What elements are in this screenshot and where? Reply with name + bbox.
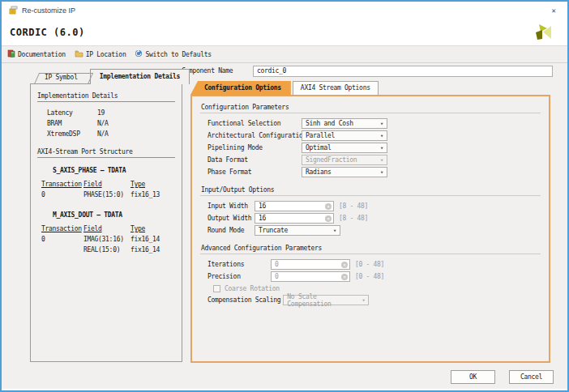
- ok-button[interactable]: OK: [451, 370, 495, 384]
- page-title: CORDIC (6.0): [10, 27, 85, 38]
- functional-selection-select[interactable]: Sinh and Cosh: [302, 118, 387, 129]
- select-value: Parallel: [306, 132, 335, 139]
- field-label: Architectural Configuration: [207, 132, 302, 139]
- tab-ip-symbol[interactable]: IP Symbol: [32, 70, 90, 84]
- ip-block-icon: [9, 6, 18, 16]
- port-structure-heading: AXI4-Stream Port Structure: [37, 148, 175, 158]
- output-width-range: [8 - 48]: [339, 215, 368, 222]
- chevron-down-icon: [380, 168, 383, 176]
- field-label: Iterations: [207, 261, 271, 268]
- title-bar: Re-customize IP: [2, 2, 567, 19]
- field-functional-selection: Functional Selection Sinh and Cosh: [200, 117, 541, 130]
- input-width-input[interactable]: [259, 202, 325, 210]
- output-width-input[interactable]: [259, 215, 325, 222]
- column-header: Transaction: [41, 181, 83, 188]
- table-cell: REAL(15:0): [83, 246, 130, 254]
- chevron-down-icon: [333, 227, 336, 234]
- tab-implementation-details-label: Implementation Details: [100, 73, 180, 80]
- select-value: SignedFraction: [306, 156, 357, 164]
- table-cell: IMAG(31:16): [83, 236, 130, 243]
- tab-configuration-options[interactable]: Configuration Options: [190, 81, 291, 95]
- configuration-parameters-heading: Configuration Parameters: [200, 101, 541, 113]
- folder-icon: [75, 50, 83, 59]
- table-cell: 0: [41, 236, 83, 243]
- clear-icon[interactable]: [325, 203, 332, 210]
- field-precision: Precision [0 - 48]: [200, 271, 541, 283]
- iterations-field-wrap: [271, 259, 350, 270]
- coarse-rotation-checkbox: [213, 285, 220, 292]
- documentation-button[interactable]: Documentation: [7, 49, 66, 59]
- chevron-down-icon: [380, 120, 383, 127]
- column-header: Type: [130, 225, 181, 232]
- cancel-button-label: Cancel: [520, 373, 542, 381]
- select-value: Sinh and Cosh: [306, 120, 353, 127]
- input-width-range: [8 - 48]: [339, 202, 368, 210]
- io-options-heading: Input/Output Options: [200, 184, 541, 196]
- clear-icon[interactable]: [325, 215, 332, 222]
- detail-value: 19: [97, 109, 105, 117]
- pipelining-mode-select[interactable]: Optimal: [302, 143, 387, 153]
- field-label: Compensation Scaling: [207, 296, 283, 304]
- switch-to-defaults-button[interactable]: Switch to Defaults: [135, 49, 211, 59]
- implementation-details-heading: Implementation Details: [37, 92, 175, 102]
- precision-input: [275, 273, 341, 280]
- field-label: Precision: [207, 273, 271, 280]
- clear-icon: [341, 274, 348, 280]
- field-input-width: Input Width [8 - 48]: [200, 200, 541, 212]
- column-header: Field: [83, 181, 130, 188]
- field-label: Round Mode: [207, 227, 255, 234]
- field-label: Pipelining Mode: [207, 144, 302, 151]
- xilinx-logo: [533, 22, 553, 43]
- detail-value: N/A: [97, 120, 109, 127]
- field-label: Output Width: [207, 215, 255, 222]
- m-axis-dout-title: M_AXIS_DOUT — TDATA: [53, 211, 182, 219]
- toolbar: Documentation IP Location Switch to Defa…: [2, 45, 567, 63]
- table-cell: fix16_14: [130, 236, 181, 243]
- table-cell: 0: [41, 191, 83, 198]
- phase-format-select[interactable]: Radians: [302, 167, 387, 177]
- data-format-select: SignedFraction: [302, 155, 387, 165]
- close-icon[interactable]: [547, 4, 560, 17]
- component-name-input[interactable]: [253, 66, 553, 77]
- coarse-rotation-label: Coarse Rotation: [225, 285, 280, 292]
- select-value: Truncate: [259, 227, 288, 234]
- table-cell: [41, 246, 83, 254]
- iterations-input: [275, 261, 341, 268]
- field-architectural-configuration: Architectural Configuration Parallel: [200, 130, 541, 142]
- column-header: Field: [83, 225, 130, 232]
- detail-label: BRAM: [47, 120, 97, 127]
- options-tab-bar: Configuration Options AXI4 Stream Option…: [182, 79, 553, 95]
- clear-icon: [341, 262, 348, 268]
- column-header: Transaction: [41, 225, 83, 232]
- chevron-down-icon: [380, 144, 383, 151]
- switch-to-defaults-label: Switch to Defaults: [145, 51, 211, 58]
- precision-range: [0 - 48]: [355, 273, 384, 280]
- field-label: Functional Selection: [207, 120, 302, 127]
- iterations-range: [0 - 48]: [355, 261, 384, 268]
- detail-label: Latency: [47, 109, 97, 117]
- s-axis-phase-table: Transaction Field Type 0 PHASE(15:0) fix…: [41, 181, 182, 198]
- architectural-configuration-select[interactable]: Parallel: [302, 130, 387, 141]
- select-value: Optimal: [306, 144, 332, 151]
- field-label: Data Format: [207, 156, 302, 164]
- field-coarse-rotation: Coarse Rotation: [200, 283, 541, 294]
- left-tab-bar: IP Symbol Implementation Details: [32, 67, 190, 84]
- tab-axi4-stream-options[interactable]: AXI4 Stream Options: [293, 81, 379, 95]
- tab-implementation-details[interactable]: Implementation Details: [90, 69, 190, 84]
- column-header: Type: [130, 181, 181, 188]
- tab-ip-symbol-label: IP Symbol: [45, 74, 78, 81]
- field-round-mode: Round Mode Truncate: [200, 224, 541, 236]
- dialog-buttons: OK Cancel: [451, 370, 554, 384]
- tab-configuration-options-label: Configuration Options: [204, 84, 281, 92]
- chevron-down-icon: [362, 296, 365, 304]
- refresh-icon: [135, 49, 143, 59]
- component-name-label: Component Name: [182, 67, 253, 75]
- ip-location-button[interactable]: IP Location: [75, 50, 126, 59]
- detail-label: XtremeDSP: [47, 130, 97, 138]
- round-mode-select[interactable]: Truncate: [255, 225, 340, 236]
- detail-value: N/A: [97, 130, 109, 138]
- documentation-label: Documentation: [18, 51, 66, 58]
- table-cell: PHASE(15:0): [83, 191, 130, 198]
- configuration-options-panel: Configuration Parameters Functional Sele…: [190, 95, 550, 363]
- cancel-button[interactable]: Cancel: [509, 370, 554, 384]
